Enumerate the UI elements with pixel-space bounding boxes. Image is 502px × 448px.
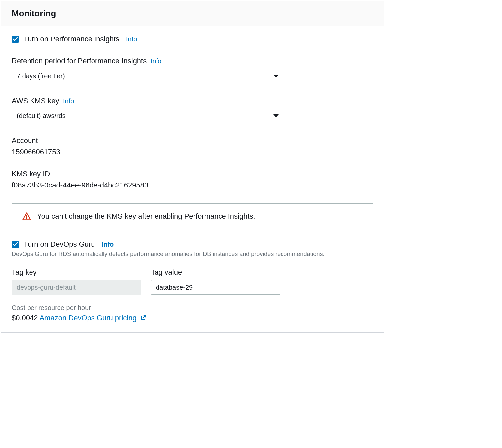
devops-guru-label: Turn on DevOps Guru xyxy=(24,240,95,249)
performance-insights-checkbox[interactable] xyxy=(12,36,19,43)
devops-guru-description: DevOps Guru for RDS automatically detect… xyxy=(12,251,373,258)
account-field: Account 159066061753 xyxy=(12,136,373,156)
pricing-link[interactable]: Amazon DevOps Guru pricing xyxy=(39,314,146,322)
tag-value-input[interactable] xyxy=(151,280,280,295)
tag-key-input: devops-guru-default xyxy=(12,280,141,295)
retention-select[interactable]: 7 days (free tier) xyxy=(12,69,283,83)
kms-key-id-value: f08a73b3-0cad-44ee-96de-d4bc21629583 xyxy=(12,181,373,189)
kms-key-label: AWS KMS key xyxy=(12,97,59,105)
kms-key-info-link[interactable]: Info xyxy=(63,97,74,105)
kms-warning-alert: You can't change the KMS key after enabl… xyxy=(12,203,373,229)
kms-key-select-value: (default) aws/rds xyxy=(17,112,66,120)
kms-key-id-field: KMS key ID f08a73b3-0cad-44ee-96de-d4bc2… xyxy=(12,170,373,189)
pricing-link-text: Amazon DevOps Guru pricing xyxy=(39,314,136,322)
tag-value-col: Tag value xyxy=(151,268,280,295)
performance-insights-label: Turn on Performance Insights xyxy=(24,35,119,43)
kms-key-field: AWS KMS key Info (default) aws/rds xyxy=(12,97,373,123)
tag-key-value: devops-guru-default xyxy=(17,284,76,291)
svg-point-1 xyxy=(26,218,27,219)
check-icon xyxy=(13,242,18,247)
account-label: Account xyxy=(12,136,38,145)
panel-body: Turn on Performance Insights Info Retent… xyxy=(1,26,384,332)
retention-label: Retention period for Performance Insight… xyxy=(12,57,147,65)
retention-field: Retention period for Performance Insight… xyxy=(12,57,373,83)
kms-warning-text: You can't change the KMS key after enabl… xyxy=(37,212,255,221)
tag-key-label: Tag key xyxy=(12,268,141,277)
account-value: 159066061753 xyxy=(12,148,373,156)
cost-value: $0.0042 xyxy=(12,314,38,322)
check-icon xyxy=(13,37,18,42)
kms-key-select[interactable]: (default) aws/rds xyxy=(12,109,283,123)
warning-icon xyxy=(22,212,31,221)
retention-select-value: 7 days (free tier) xyxy=(17,72,65,80)
devops-guru-section: Turn on DevOps Guru Info DevOps Guru for… xyxy=(12,240,373,323)
monitoring-panel: Monitoring Turn on Performance Insights … xyxy=(1,1,384,333)
caret-down-icon xyxy=(273,75,279,78)
tag-key-col: Tag key devops-guru-default xyxy=(12,268,141,295)
performance-insights-row: Turn on Performance Insights Info xyxy=(12,35,373,43)
devops-guru-info-link[interactable]: Info xyxy=(102,241,114,248)
retention-info-link[interactable]: Info xyxy=(151,57,161,65)
performance-insights-info-link[interactable]: Info xyxy=(126,36,137,43)
tag-row: Tag key devops-guru-default Tag value xyxy=(12,268,373,295)
caret-down-icon xyxy=(273,114,279,117)
devops-guru-row: Turn on DevOps Guru Info xyxy=(12,240,373,249)
external-link-icon xyxy=(140,314,147,323)
panel-header: Monitoring xyxy=(1,1,384,26)
devops-guru-checkbox[interactable] xyxy=(12,241,19,248)
panel-title: Monitoring xyxy=(12,8,373,19)
tag-value-label: Tag value xyxy=(151,268,280,277)
kms-key-id-label: KMS key ID xyxy=(12,170,50,178)
cost-label: Cost per resource per hour xyxy=(12,304,373,312)
cost-row: $0.0042 Amazon DevOps Guru pricing xyxy=(12,314,373,323)
